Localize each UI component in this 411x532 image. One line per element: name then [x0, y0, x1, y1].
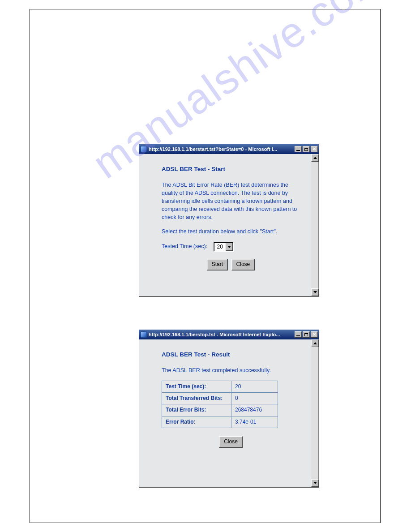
window-controls: ✕: [295, 146, 318, 152]
scroll-up-button[interactable]: [311, 154, 319, 162]
result-val: 268478476: [231, 404, 278, 416]
tested-time-value: 20: [214, 243, 226, 251]
page-border: manualshive.com http://192.168.1.1/berst…: [30, 9, 381, 523]
tested-time-select[interactable]: 20: [214, 242, 234, 252]
minimize-button[interactable]: [295, 146, 302, 152]
browser-window-result: http://192.168.1.1/berstop.tst - Microso…: [139, 330, 319, 487]
minimize-button[interactable]: [295, 331, 302, 338]
maximize-button[interactable]: [303, 331, 310, 338]
close-window-button[interactable]: ✕: [311, 331, 318, 338]
titlebar: http://192.168.1.1/berstart.tst?berState…: [139, 144, 319, 154]
page-heading: ADSL BER Test - Start: [162, 165, 300, 174]
tested-time-row: Tested Time (sec): 20: [162, 242, 300, 252]
tested-time-label: Tested Time (sec):: [162, 244, 207, 250]
window-controls: ✕: [295, 331, 318, 338]
button-row: Start Close: [162, 259, 300, 270]
result-table: Test Time (sec): 20 Total Transferred Bi…: [162, 381, 278, 429]
scroll-down-button[interactable]: [311, 288, 319, 296]
result-val: 20: [231, 381, 278, 392]
result-key: Error Ratio:: [162, 416, 231, 428]
result-val: 3.74e-01: [231, 416, 278, 428]
page-content: ADSL BER Test - Result The ADSL BER test…: [139, 339, 311, 487]
table-row: Total Transferred Bits: 0: [162, 393, 278, 404]
dropdown-button[interactable]: [226, 243, 233, 251]
window-title: http://192.168.1.1/berstop.tst - Microso…: [149, 332, 295, 337]
description-text: The ADSL BER test completed successfully…: [162, 366, 300, 374]
browser-window-start: http://192.168.1.1/berstart.tst?berState…: [139, 144, 319, 296]
page-content: ADSL BER Test - Start The ADSL Bit Error…: [139, 154, 311, 296]
result-key: Total Error Bits:: [162, 404, 231, 416]
window-title: http://192.168.1.1/berstart.tst?berState…: [149, 146, 295, 152]
ie-icon: [141, 331, 147, 338]
scroll-down-button[interactable]: [311, 479, 319, 487]
close-window-button[interactable]: ✕: [311, 146, 318, 152]
titlebar: http://192.168.1.1/berstop.tst - Microso…: [139, 330, 319, 339]
vertical-scrollbar[interactable]: [311, 154, 318, 296]
vertical-scrollbar[interactable]: [311, 339, 318, 487]
instruction-text: Select the test duration below and click…: [162, 227, 300, 236]
page-heading: ADSL BER Test - Result: [162, 350, 300, 359]
result-val: 0: [231, 393, 278, 404]
document-page: manualshive.com http://192.168.1.1/berst…: [0, 0, 411, 532]
start-button[interactable]: Start: [207, 259, 228, 270]
table-row: Test Time (sec): 20: [162, 381, 278, 392]
client-area: ADSL BER Test - Result The ADSL BER test…: [139, 339, 319, 487]
close-button[interactable]: Close: [219, 436, 243, 447]
maximize-button[interactable]: [303, 146, 310, 152]
button-row: Close: [162, 436, 300, 447]
scroll-up-button[interactable]: [311, 339, 319, 347]
client-area: ADSL BER Test - Start The ADSL Bit Error…: [139, 154, 319, 296]
result-key: Test Time (sec):: [162, 381, 231, 392]
table-row: Total Error Bits: 268478476: [162, 404, 278, 416]
ie-icon: [141, 146, 147, 152]
table-row: Error Ratio: 3.74e-01: [162, 416, 278, 428]
close-button[interactable]: Close: [231, 259, 255, 270]
description-text: The ADSL Bit Error Rate (BER) test deter…: [162, 181, 300, 222]
result-key: Total Transferred Bits:: [162, 393, 231, 404]
